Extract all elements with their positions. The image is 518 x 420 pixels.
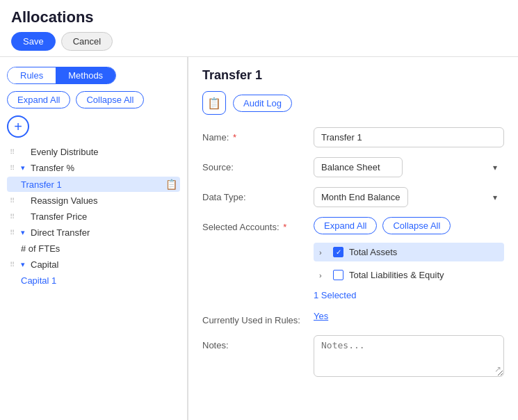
left-panel: Rules Methods Expand All Collapse All + … (0, 57, 188, 420)
copy-icon[interactable]: 📋 (165, 179, 177, 190)
currently-used-value: Yes (314, 310, 328, 321)
item-label: Direct Transfer (31, 227, 177, 238)
item-label: Transfer % (31, 163, 177, 173)
name-row: Name: * (202, 127, 504, 147)
tree-item-reassign-values[interactable]: ⠿ Reassign Values (7, 193, 180, 208)
required-asterisk: * (233, 132, 236, 143)
account-name-total-assets: Total Assets (349, 247, 397, 257)
page: Allocations Save Cancel Rules Methods Ex… (0, 0, 518, 420)
account-row-total-liabilities[interactable]: › Total Liabilities & Equity (314, 266, 504, 284)
checkbox-total-liabilities[interactable] (333, 270, 343, 280)
item-label: # of FTEs (21, 243, 177, 254)
collapse-all-accounts-button[interactable]: Collapse All (382, 217, 451, 234)
tab-methods[interactable]: Methods (56, 67, 115, 83)
tab-group: Rules Methods (7, 67, 116, 84)
detail-actions: 📋 Audit Log (202, 91, 504, 115)
drag-handle[interactable]: ⠿ (10, 164, 14, 172)
item-label: Evenly Distribute (31, 147, 177, 157)
tree-item-capital-1[interactable]: Capital 1 (7, 273, 180, 288)
main-content: Rules Methods Expand All Collapse All + … (0, 57, 518, 420)
notes-label: Notes: (202, 335, 307, 350)
detail-title: Transfer 1 (202, 68, 504, 83)
right-panel-inner: Transfer 1 📋 Audit Log Name: * (202, 68, 504, 377)
chevron-down-icon: ▾ (493, 163, 497, 172)
chevron-direct-transfer[interactable]: ▾ (18, 228, 28, 237)
drag-handle[interactable]: ⠿ (10, 213, 14, 220)
tab-rules[interactable]: Rules (8, 67, 56, 83)
expand-collapse-group: Expand All Collapse All (7, 91, 180, 108)
source-row: Source: Balance Sheet Income Statement S… (202, 157, 504, 177)
selected-accounts-row: Selected Accounts: * Expand All Collapse… (202, 217, 504, 300)
account-name-total-liabilities: Total Liabilities & Equity (349, 270, 444, 280)
tree-item-transfer-1[interactable]: Transfer 1 📋 (7, 177, 180, 192)
resize-handle[interactable]: ↗ (494, 364, 501, 374)
tree-item-direct-transfer[interactable]: ⠿ ▾ Direct Transfer (7, 225, 180, 240)
source-select-wrapper: Balance Sheet Income Statement Statistic… (314, 157, 504, 177)
drag-handle[interactable]: ⠿ (10, 229, 14, 236)
source-label: Source: (202, 157, 307, 172)
chevron-transfer-pct[interactable]: ▾ (18, 163, 28, 172)
required-asterisk-2: * (283, 222, 286, 232)
chevron-capital[interactable]: ▾ (18, 260, 28, 269)
chevron-total-liabilities[interactable]: › (319, 271, 327, 280)
right-panel: Transfer 1 📋 Audit Log Name: * (188, 57, 518, 420)
item-label: Transfer Price (31, 211, 177, 222)
selected-accounts-label: Selected Accounts: * (202, 217, 307, 232)
chevron-total-assets[interactable]: › (319, 248, 327, 257)
notes-row: Notes: (202, 335, 504, 377)
drag-handle[interactable]: ⠿ (10, 197, 14, 204)
currently-used-label: Currently Used in Rules: (202, 310, 307, 325)
expand-all-accounts-button[interactable]: Expand All (314, 217, 377, 234)
audit-log-button[interactable]: Audit Log (233, 95, 292, 112)
data-type-label: Data Type: (202, 187, 307, 202)
tree-item-capital[interactable]: ⠿ ▾ Capital (7, 257, 180, 272)
add-method-button[interactable]: + (7, 115, 29, 138)
item-label: Capital 1 (21, 275, 177, 286)
item-label: Reassign Values (31, 195, 177, 206)
checkbox-total-assets[interactable] (333, 247, 343, 257)
copy-detail-button[interactable]: 📋 (202, 91, 226, 115)
top-actions: Save Cancel (11, 32, 507, 51)
cancel-button[interactable]: Cancel (61, 32, 113, 51)
save-button[interactable]: Save (11, 32, 56, 51)
data-type-select[interactable]: Month End Balance Period Activity Averag… (314, 187, 408, 207)
currently-used-link[interactable]: Yes (314, 311, 328, 321)
name-input[interactable] (314, 127, 504, 147)
tree: ⠿ Evenly Distribute ⠿ ▾ Transfer % Trans… (7, 145, 180, 288)
item-label: Capital (31, 259, 177, 270)
tree-item-transfer-pct[interactable]: ⠿ ▾ Transfer % (7, 161, 180, 175)
tree-item-evenly-distribute[interactable]: ⠿ Evenly Distribute (7, 145, 180, 159)
collapse-all-button-left[interactable]: Collapse All (76, 91, 144, 108)
data-type-select-wrapper: Month End Balance Period Activity Averag… (314, 187, 504, 207)
expand-all-button-left[interactable]: Expand All (7, 91, 70, 108)
notes-input[interactable] (314, 335, 504, 377)
accounts-section: Expand All Collapse All › Total Assets › (314, 217, 504, 300)
tree-item-num-ftes[interactable]: # of FTEs (7, 241, 180, 256)
currently-used-row: Currently Used in Rules: Yes (202, 310, 504, 325)
source-select[interactable]: Balance Sheet Income Statement Statistic… (314, 157, 403, 177)
item-label: Transfer 1 (21, 179, 163, 190)
tree-item-transfer-price[interactable]: ⠿ Transfer Price (7, 209, 180, 224)
drag-handle[interactable]: ⠿ (10, 148, 14, 156)
name-label: Name: * (202, 127, 307, 143)
accounts-toolbar: Expand All Collapse All (314, 217, 504, 234)
selected-count: 1 Selected (314, 290, 504, 300)
drag-handle[interactable]: ⠿ (10, 261, 14, 268)
account-row-total-assets[interactable]: › Total Assets (314, 243, 504, 261)
page-title: Allocations (11, 8, 507, 26)
chevron-down-icon-2: ▾ (493, 193, 497, 202)
data-type-row: Data Type: Month End Balance Period Acti… (202, 187, 504, 207)
copy-detail-icon: 📋 (207, 97, 221, 110)
top-header: Allocations Save Cancel (0, 0, 518, 57)
